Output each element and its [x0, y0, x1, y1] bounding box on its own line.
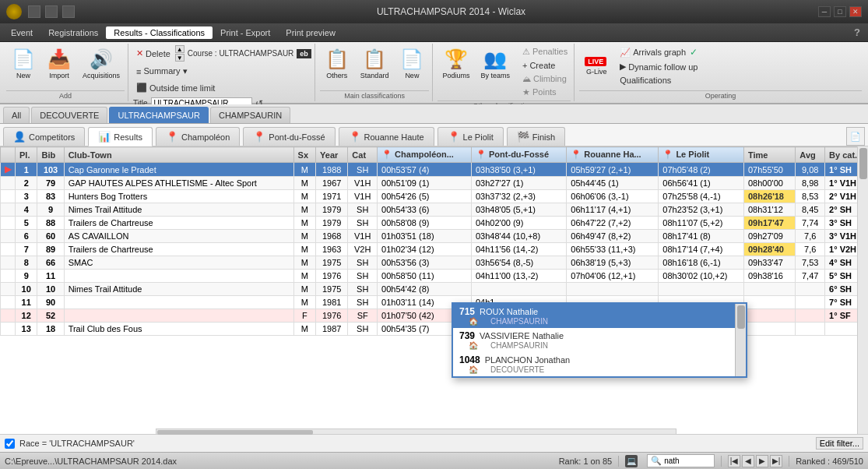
delete-button[interactable]: ✕ Delete: [133, 47, 174, 60]
dynamic-follow-button[interactable]: ▶ Dynamic follow up: [617, 60, 701, 73]
menu-print-export[interactable]: Print - Export: [213, 26, 278, 39]
close-button[interactable]: ✕: [849, 6, 862, 17]
race-tab-decouverte[interactable]: DECOUVERTE: [31, 107, 107, 123]
help-button[interactable]: ?: [849, 26, 865, 38]
race-tab-champsaurin[interactable]: CHAMPSAURIN: [210, 107, 290, 123]
sub-tab-piolit[interactable]: 📍 Le Piolit: [438, 127, 504, 146]
popup-item[interactable]: 1048 PLANCHON Jonathan 🏠 DECOUVERTE: [453, 352, 746, 376]
up-arrow[interactable]: ▲: [175, 45, 184, 53]
sub-tab-champoleon[interactable]: 📍 Champoléon: [156, 127, 240, 146]
import-button[interactable]: 📥 Import: [42, 45, 76, 83]
table-row[interactable]: 7 89 Trailers de Chartreuse M 1963 V2H 0…: [1, 243, 868, 256]
popup-item[interactable]: 715 ROUX Nathalie 🏠 CHAMPSAURIN: [453, 304, 746, 328]
table-row[interactable]: 8 66 SMAC M 1975 SH 00h53'56 (3) 03h56'5…: [1, 256, 868, 270]
check-icon: ✓: [690, 47, 698, 58]
nav-next-end[interactable]: ▶|: [770, 455, 782, 467]
sx-cell: M: [293, 270, 315, 283]
club-icon: 🏠: [469, 317, 478, 326]
acquisitions-button[interactable]: 🔊 Acquisitions: [78, 45, 125, 83]
search-box[interactable]: 🔍: [647, 454, 715, 467]
menu-registrations[interactable]: Registrations: [40, 26, 106, 39]
race-tab-ultra[interactable]: ULTRACHAMPSAUR: [109, 107, 209, 123]
filter-checkbox[interactable]: [5, 439, 15, 449]
by-teams-button[interactable]: 👥 By teams: [476, 45, 515, 83]
piolit-cell: 07h23'52 (3,+1): [659, 203, 744, 217]
minimize-button[interactable]: ─: [818, 6, 831, 17]
toolbar-icon-1[interactable]: [28, 5, 40, 18]
search-input[interactable]: [664, 457, 711, 465]
outside-time-button[interactable]: ⬛ Outside time limit: [133, 81, 218, 94]
bib-cell: 103: [37, 163, 64, 177]
table-row[interactable]: 2 79 GAP HAUTES ALPES ATHLETISME - Altec…: [1, 177, 868, 190]
avg-cell: 7,53: [796, 256, 825, 270]
standard-button[interactable]: 📋 Standard: [356, 45, 394, 83]
qualifications-button[interactable]: Qualifications: [617, 74, 701, 86]
sub-tab-finish[interactable]: 🏁 Finish: [507, 127, 565, 146]
standard-icon: 📋: [363, 48, 386, 70]
table-row[interactable]: 4 9 Nimes Trail Attitude M 1979 SH 00h54…: [1, 203, 868, 217]
avg-cell: 7,6: [796, 243, 825, 256]
nav-prev-start[interactable]: |◀: [728, 455, 740, 467]
ribbon-group-edit: ✕ Delete ▲ ▼ Course : ULTRACHAMPSAUR eb …: [130, 44, 315, 101]
podiums-label: Podiums: [442, 72, 469, 79]
ribbon-group-main-class: 📋 Others 📋 Standard 📄 New Main classific…: [317, 44, 434, 101]
g-live-button[interactable]: LIVE G-Live: [579, 54, 613, 79]
toolbar-icon-2[interactable]: [45, 5, 58, 18]
maximize-button[interactable]: □: [834, 6, 846, 17]
cat-cell: SH: [348, 296, 378, 309]
create-button[interactable]: + Create: [519, 59, 571, 72]
time-cell: 07h55'50: [743, 163, 795, 177]
cat-cell: SH: [348, 256, 378, 270]
menu-print-preview[interactable]: Print preview: [278, 26, 343, 39]
popup-scrollbar[interactable]: [735, 304, 746, 376]
table-row[interactable]: 6 60 AS CAVAILLON M 1968 V1H 01h03'51 (1…: [1, 230, 868, 243]
down-arrow[interactable]: ▼: [175, 54, 184, 62]
arrivals-graph-button[interactable]: 📈 Arrivals graph ✓: [617, 45, 701, 59]
popup-name: VASSIVIERE Nathalie: [480, 331, 564, 340]
row-arrow-cell: [1, 190, 16, 203]
menu-results[interactable]: Results - Classifications: [106, 26, 213, 39]
nav-prev[interactable]: ◀: [742, 455, 754, 467]
bib-cell: 11: [37, 270, 64, 283]
page-button[interactable]: 📄: [846, 127, 865, 146]
popup-item[interactable]: 739 VASSIVIERE Nathalie 🏠 CHAMPSAURIN: [453, 328, 746, 352]
sub-tab-results[interactable]: 📊 Results: [88, 127, 153, 146]
sub-tab-competitors[interactable]: 👤 Competitors: [3, 127, 85, 146]
others-button[interactable]: 📋 Others: [320, 45, 354, 83]
dynamic-follow-icon: ▶: [620, 62, 626, 72]
pl-cell: 5: [16, 217, 37, 230]
col-time: Time: [743, 147, 795, 163]
scrollbar-thumb[interactable]: [859, 148, 867, 179]
table-row[interactable]: 10 10 Nimes Trail Attitude M 1975 SH 00h…: [1, 283, 868, 296]
sub-tab-rouanne[interactable]: 📍 Rouanne Haute: [339, 127, 434, 146]
summary-button[interactable]: ≡ Summary ▾: [133, 65, 191, 78]
popup-scroll-thumb[interactable]: [737, 305, 745, 329]
pl-cell: 4: [16, 203, 37, 217]
new-button-1[interactable]: 📄 New: [6, 45, 40, 83]
race-tab-all[interactable]: All: [3, 107, 30, 123]
title-bar: ULTRACHAMPSAUR 2014 - Wiclax ─ □ ✕: [0, 0, 868, 23]
new-button-2[interactable]: 📄 New: [395, 45, 429, 83]
table-row[interactable]: 3 83 Hunters Bog Trotters M 1971 V1H 00h…: [1, 190, 868, 203]
table-row[interactable]: 5 88 Trailers de Chartreuse M 1979 SH 00…: [1, 217, 868, 230]
table-row[interactable]: ▶ 1 103 Cap Garonne le Pradet M 1988 SH …: [1, 163, 868, 177]
pont-icon: 📍: [253, 131, 265, 143]
popup-club: DECOUVERTE: [490, 365, 544, 374]
race-tab-strip: All DECOUVERTE ULTRACHAMPSAUR CHAMPSAURI…: [0, 104, 868, 124]
podiums-button[interactable]: 🏆 Podiums: [438, 45, 474, 83]
edit-filter-button[interactable]: Edit filter...: [816, 437, 863, 450]
sub-tab-pont[interactable]: 📍 Pont-du-Fossé: [243, 127, 335, 146]
time-cell: [743, 283, 795, 296]
rouanne-cell: 06h38'19 (5,+3): [567, 256, 659, 270]
nav-next[interactable]: ▶: [756, 455, 768, 467]
horizontal-scrollbar[interactable]: [156, 428, 676, 435]
club-cell: GAP HAUTES ALPES ATHLETISME - Altec Spor…: [64, 177, 293, 190]
table-row[interactable]: 9 11 M 1976 SH 00h58'50 (11) 04h11'00 (1…: [1, 270, 868, 283]
bib-cell: 9: [37, 203, 64, 217]
create-label: + Create: [522, 61, 556, 70]
h-scroll-thumb[interactable]: [157, 430, 313, 435]
vertical-scrollbar[interactable]: [857, 146, 868, 434]
menu-event[interactable]: Event: [3, 26, 40, 39]
toolbar-icon-3[interactable]: [62, 5, 75, 18]
piolit-cell: 08h11'07 (5,+2): [659, 217, 744, 230]
